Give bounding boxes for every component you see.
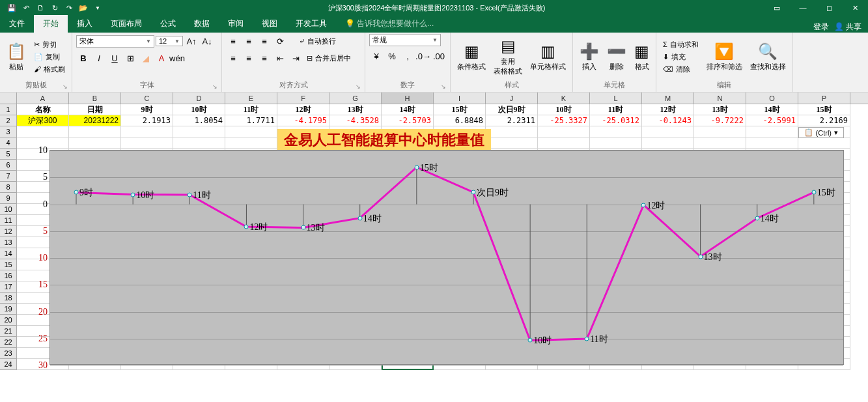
folder-icon[interactable]: 📂 xyxy=(77,1,90,14)
col-header-M[interactable]: M xyxy=(642,93,694,104)
col-header-C[interactable]: C xyxy=(121,93,173,104)
col-header-A[interactable]: A xyxy=(17,93,69,104)
expand-icon[interactable]: ↘ xyxy=(212,83,217,90)
expand-icon[interactable]: ↘ xyxy=(63,83,68,90)
row-header[interactable]: 4 xyxy=(0,137,17,149)
currency-icon[interactable]: ¥ xyxy=(369,49,384,63)
decrease-indent-icon[interactable]: ⇤ xyxy=(273,51,287,65)
find-select-button[interactable]: 🔍查找和选择 xyxy=(748,41,789,73)
cell[interactable]: 1.7711 xyxy=(225,115,277,126)
menu-layout[interactable]: 页面布局 xyxy=(102,15,151,33)
cell[interactable]: 14时 xyxy=(746,104,798,115)
minimize-icon[interactable]: — xyxy=(790,0,816,16)
cell[interactable]: 日期 xyxy=(69,104,121,115)
col-header-J[interactable]: J xyxy=(486,93,538,104)
copy-button[interactable]: 📄 复制 xyxy=(31,51,68,63)
col-header-L[interactable]: L xyxy=(590,93,642,104)
row-header[interactable]: 3 xyxy=(0,126,17,137)
cell[interactable]: 13时 xyxy=(694,104,746,115)
expand-icon[interactable]: ↘ xyxy=(441,83,446,90)
font-color-icon[interactable]: A xyxy=(154,51,169,65)
cell[interactable]: 名称 xyxy=(17,104,69,115)
cell[interactable]: -25.3327 xyxy=(538,115,590,126)
row-header[interactable]: 23 xyxy=(0,348,17,359)
new-icon[interactable]: 🗋 xyxy=(34,1,47,14)
cell[interactable]: -2.5991 xyxy=(746,115,798,126)
col-header-E[interactable]: E xyxy=(225,93,277,104)
cell[interactable]: 13时 xyxy=(329,104,382,115)
ribbon-options-icon[interactable]: ▭ xyxy=(764,0,790,16)
cell[interactable]: 次日9时 xyxy=(486,104,538,115)
menu-home[interactable]: 开始 xyxy=(34,15,68,33)
cell[interactable]: 14时 xyxy=(382,104,434,115)
table-format-button[interactable]: ▤套用 表格格式 xyxy=(491,36,525,78)
paste-button[interactable]: 📋粘贴 xyxy=(4,41,29,73)
refresh-icon[interactable]: ↻ xyxy=(48,1,61,14)
col-header-P[interactable]: P xyxy=(798,93,850,104)
decrease-decimal-icon[interactable]: .00 xyxy=(432,49,446,63)
cell[interactable]: 10时 xyxy=(538,104,590,115)
cell[interactable]: 15时 xyxy=(798,104,850,115)
row-header[interactable]: 15 xyxy=(0,259,17,270)
wrap-text-button[interactable]: ⤶ 自动换行 xyxy=(296,36,339,47)
qat-dropdown-icon[interactable]: ▼ xyxy=(91,1,104,14)
format-painter-button[interactable]: 🖌 格式刷 xyxy=(31,64,68,75)
cell[interactable]: -2.5703 xyxy=(382,115,434,126)
align-center-icon[interactable]: ≡ xyxy=(242,51,256,65)
paste-ctrl-badge[interactable]: 📋 (Ctrl) ▾ xyxy=(798,127,844,138)
sort-filter-button[interactable]: 🔽排序和筛选 xyxy=(704,41,745,73)
cell[interactable]: 11时 xyxy=(225,104,277,115)
pinyin-icon[interactable]: wén xyxy=(170,51,184,65)
col-header-G[interactable]: G xyxy=(329,93,382,104)
menu-view[interactable]: 视图 xyxy=(253,15,287,33)
insert-cell-button[interactable]: ➕插入 xyxy=(577,41,602,73)
col-header-N[interactable]: N xyxy=(694,93,746,104)
merge-center-button[interactable]: ⊟ 合并后居中 xyxy=(304,53,354,64)
row-header[interactable]: 5 xyxy=(0,149,17,160)
orientation-icon[interactable]: ⟳ xyxy=(273,34,287,48)
cell[interactable]: 12时 xyxy=(642,104,694,115)
share-button[interactable]: 👤 共享 xyxy=(834,22,861,33)
col-header-B[interactable]: B xyxy=(69,93,121,104)
cell[interactable]: 11时 xyxy=(590,104,642,115)
col-header-K[interactable]: K xyxy=(538,93,590,104)
align-bottom-icon[interactable]: ≡ xyxy=(257,34,272,48)
percent-icon[interactable]: % xyxy=(385,49,399,63)
cell[interactable]: 2.2311 xyxy=(486,115,538,126)
cell[interactable]: 2.2169 xyxy=(798,115,850,126)
row-header[interactable]: 18 xyxy=(0,293,17,304)
grow-font-icon[interactable]: A↑ xyxy=(184,34,199,48)
tell-me-input[interactable]: 💡 告诉我您想要做什么... xyxy=(336,15,443,33)
row-header[interactable]: 11 xyxy=(0,215,17,226)
redo-icon[interactable]: ↷ xyxy=(63,1,76,14)
col-header-O[interactable]: O xyxy=(746,93,798,104)
fill-color-icon[interactable]: ◢ xyxy=(139,51,153,65)
expand-icon[interactable]: ↘ xyxy=(356,83,361,90)
cut-button[interactable]: ✂ 剪切 xyxy=(31,39,68,50)
row-header[interactable]: 17 xyxy=(0,281,17,293)
col-header-F[interactable]: F xyxy=(277,93,329,104)
row-header[interactable]: 8 xyxy=(0,182,17,193)
row-header[interactable]: 13 xyxy=(0,237,17,248)
conditional-format-button[interactable]: ▦条件格式 xyxy=(455,41,488,73)
row-header[interactable]: 2 xyxy=(0,115,17,126)
cell[interactable]: 1.8054 xyxy=(173,115,225,126)
menu-dev[interactable]: 开发工具 xyxy=(287,15,336,33)
underline-icon[interactable]: U xyxy=(107,51,122,65)
cell[interactable]: -0.1243 xyxy=(642,115,694,126)
increase-indent-icon[interactable]: ⇥ xyxy=(288,51,303,65)
row-header[interactable]: 7 xyxy=(0,171,17,182)
cell[interactable]: -9.7222 xyxy=(694,115,746,126)
row-header[interactable]: 1 xyxy=(0,104,17,115)
col-header-H[interactable]: H xyxy=(382,93,434,104)
row-header[interactable]: 16 xyxy=(0,270,17,281)
row-header[interactable]: 12 xyxy=(0,226,17,237)
row-header[interactable]: 19 xyxy=(0,304,17,315)
cell[interactable]: 6.8848 xyxy=(434,115,486,126)
fill-button[interactable]: ⬇ 填充 xyxy=(660,51,701,63)
row-header[interactable]: 20 xyxy=(0,315,17,326)
row-header[interactable]: 22 xyxy=(0,337,17,348)
menu-formulas[interactable]: 公式 xyxy=(151,15,185,33)
chart[interactable]: 📋 (Ctrl) ▾ 金易人工智能超算中心时能量值 10505101520253… xyxy=(17,127,850,368)
clear-button[interactable]: ⌫ 清除 xyxy=(660,64,701,75)
